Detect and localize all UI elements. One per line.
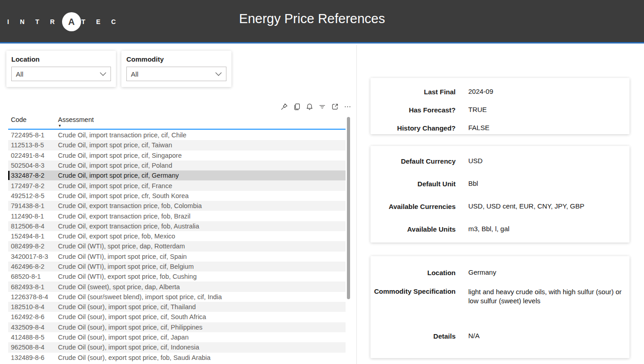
detail-value: Germany [468,268,623,277]
row-assessment: Crude Oil (WTI), export spot price, fob,… [58,273,346,280]
focus-mode-icon[interactable] [330,102,339,111]
row-code: 132489-8-6 [8,354,58,361]
row-code: 332487-8-2 [8,172,58,179]
table-row[interactable]: 502504-8-3Crude Oil, import spot price, … [8,160,346,170]
copy-icon[interactable] [292,102,301,111]
row-code: 791438-8-1 [8,202,58,209]
row-assessment: Crude Oil (sweet), spot price, dap, Albe… [58,283,346,291]
chevron-down-icon [100,72,106,76]
table-row[interactable]: 412488-8-5Crude Oil (sour), import spot … [8,332,346,342]
row-code: 112513-8-5 [8,141,58,149]
table-row[interactable]: 812506-8-4Crude Oil, export transaction … [8,221,346,231]
table-row[interactable]: 722495-8-1Crude Oil, import transaction … [8,130,346,140]
top-banner: INTR A TEC Energy Price References [0,0,644,44]
column-header-assessment[interactable]: Assessment ▼ [58,115,346,129]
detail-value: FALSE [468,123,623,132]
pin-icon[interactable] [279,102,288,111]
detail-field: Last Final2024-09 [370,83,630,101]
more-options-icon[interactable] [343,102,352,111]
row-code: 1226378-8-4 [8,293,58,301]
table-row[interactable]: 112490-8-1Crude Oil, export transaction … [8,211,346,221]
detail-value: USD [468,156,623,165]
table-row[interactable]: 022491-8-4Crude Oil, import spot price, … [8,150,346,160]
detail-label: Available Units [370,225,456,233]
row-code: 492512-8-5 [8,192,58,199]
currency-unit-card: Default CurrencyUSDDefault UnitBblAvaila… [370,146,630,243]
detail-value: N/A [468,331,623,340]
final-forecast-card: Last Final2024-09Has Forecast?TRUEHistor… [370,78,630,134]
row-assessment: Crude Oil, import spot price, cif, Polan… [58,162,346,169]
row-code: 962508-8-4 [8,344,58,351]
intratec-logo: INTR A TEC [7,12,127,31]
detail-value: Bbl [468,179,623,188]
detail-value: 2024-09 [468,87,623,96]
detail-label: Default Currency [370,157,456,165]
row-code: 462496-8-2 [8,263,58,270]
panel-divider [356,45,357,364]
table-row[interactable]: 791438-8-1Crude Oil, export transaction … [8,201,346,211]
detail-value: TRUE [468,105,623,114]
table-row[interactable]: 1226378-8-4Crude Oil (sour/sweet blend),… [8,292,346,302]
table-row[interactable]: 3420017-8-3Crude Oil (WTI), import spot … [8,252,346,262]
row-code: 682493-8-1 [8,283,58,291]
detail-field: DetailsN/A [370,325,630,347]
row-code: 182510-8-4 [8,303,58,311]
detail-label: Available Currencies [370,203,456,210]
row-code: 722495-8-1 [8,131,58,139]
table-header: Code Assessment ▼ [8,115,346,130]
row-code: 152494-8-1 [8,233,58,240]
table-row[interactable]: 112513-8-5Crude Oil, import spot price, … [8,140,346,150]
detail-label: Commodity Specification [370,287,456,295]
location-filter-label: Location [11,55,116,63]
row-assessment: Crude Oil (sour), import spot price, cif… [58,303,346,311]
row-assessment: Crude Oil (sour), import spot price, cif… [58,344,346,351]
table-row[interactable]: 172497-8-2Crude Oil, import spot price, … [8,180,346,190]
row-code: 502504-8-3 [8,162,58,169]
row-assessment: Crude Oil (sour), import spot price, cif… [58,313,346,320]
detail-field: History Changed?FALSE [370,119,630,137]
logo-circle-a: A [62,12,81,31]
commodity-filter-value: All [131,70,139,78]
alert-bell-icon[interactable] [305,102,314,111]
column-header-assessment-label: Assessment [58,116,346,123]
visual-toolbar [279,102,352,111]
table-row[interactable]: 332487-8-2Crude Oil, import spot price, … [8,170,346,180]
row-assessment: Crude Oil (sour), import spot price, cif… [58,324,346,331]
row-assessment: Crude Oil (WTI), import spot price, cif,… [58,253,346,260]
table-row[interactable]: 082499-8-2Crude Oil (WTI), spot price, d… [8,241,346,251]
table-row[interactable]: 682493-8-1Crude Oil (sweet), spot price,… [8,281,346,291]
table-row[interactable]: 182510-8-4Crude Oil (sour), import spot … [8,302,346,312]
row-code: 162492-8-6 [8,313,58,320]
commodity-filter-label: Commodity [126,55,231,63]
table-row[interactable]: 162492-8-6Crude Oil (sour), import spot … [8,312,346,322]
table-scrollbar-thumb[interactable] [347,117,350,299]
table-row[interactable]: 68520-8-1Crude Oil (WTI), export spot pr… [8,272,346,281]
row-assessment: Crude Oil, export transaction price, fob… [58,213,346,220]
row-assessment: Crude Oil, import spot price, cif, Germa… [58,172,346,179]
report-canvas: INTR A TEC Energy Price References Locat… [0,0,644,364]
filter-icon[interactable] [317,102,327,111]
detail-field: Commodity Specificationlight and heavy c… [370,283,630,325]
row-assessment: Crude Oil (sour), export spot price, fob… [58,354,346,361]
table-row[interactable]: 492512-8-5Crude Oil, import spot price, … [8,191,346,201]
table-row[interactable]: 132489-8-6Crude Oil (sour), export spot … [8,353,346,363]
table-row[interactable]: 962508-8-4Crude Oil (sour), import spot … [8,342,346,352]
commodity-filter-dropdown[interactable]: All [126,67,226,81]
table-row[interactable]: 152494-8-1Crude Oil, export spot price, … [8,231,346,241]
detail-field: Default UnitBbl [370,172,630,195]
row-assessment: Crude Oil (sour/sweet blend), import spo… [58,293,346,301]
column-header-code[interactable]: Code [8,115,58,129]
table-row[interactable]: 462496-8-2Crude Oil (WTI), import spot p… [8,262,346,272]
row-code: 68520-8-1 [8,273,58,280]
logo-circle-letter: A [68,17,74,27]
row-code: 812506-8-4 [8,223,58,230]
row-code: 022491-8-4 [8,152,58,159]
table-row[interactable]: 432509-8-4Crude Oil (sour), import spot … [8,322,346,332]
row-code: 172497-8-2 [8,182,58,189]
chevron-down-icon [215,72,222,76]
table-body: 722495-8-1Crude Oil, import transaction … [8,130,346,363]
detail-field: Has Forecast?TRUE [370,101,630,119]
detail-field: Default CurrencyUSD [370,150,630,172]
row-code: 432509-8-4 [8,324,58,331]
location-filter-dropdown[interactable]: All [11,67,111,81]
